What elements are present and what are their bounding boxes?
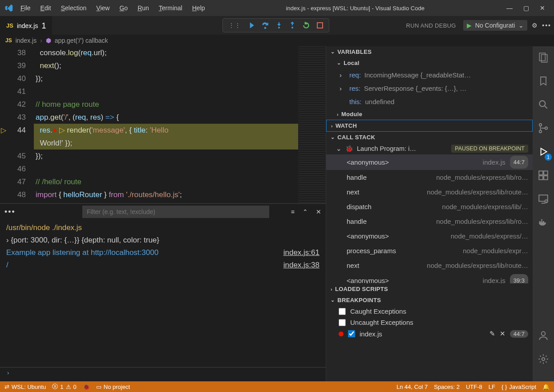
stack-frame[interactable]: <anonymous>index.js44:7 [326,154,533,170]
breakpoint-checkbox[interactable] [339,308,346,315]
section-variables[interactable]: ⌄VARIABLES [326,46,533,57]
problems-indicator[interactable]: ⓧ1⚠0 [52,383,76,391]
account-icon[interactable] [538,330,549,343]
remove-icon[interactable]: ✕ [500,330,505,338]
eol-indicator[interactable]: LF [489,384,495,390]
cursor-position[interactable]: Ln 44, Col 7 [396,384,428,390]
breadcrumb-file[interactable]: index.js [16,37,36,44]
stack-frame[interactable]: handlenode_modules/express/lib/ro… [326,170,533,185]
stack-frame[interactable]: <anonymous>index.js39:3 [326,273,533,283]
menu-go[interactable]: Go [115,3,132,13]
menu-terminal[interactable]: Terminal [154,3,187,13]
debug-toolbar[interactable]: ⋮⋮ [222,18,329,32]
close-panel-icon[interactable]: ✕ [316,208,321,215]
svg-point-1 [278,27,280,28]
variable-row[interactable]: ›res: ServerResponse {_events: {…}, … [326,82,533,95]
collapse-icon[interactable]: ⌃ [303,208,308,215]
drag-handle-icon[interactable]: ⋮⋮ [228,22,241,29]
console-line: /usr/bin/node ./index.js [6,222,319,234]
debug-console-filter-input[interactable] [82,206,269,218]
restart-icon[interactable] [302,21,310,29]
debug-console-prompt[interactable]: › [0,367,326,381]
more-icon[interactable]: ••• [542,22,551,29]
bug-icon: 🐞 [83,384,90,390]
project-indicator[interactable]: ▭No project [96,384,130,390]
console-line: Example app listening at http://localhos… [6,247,319,259]
stack-frame[interactable]: <anonymous>node_modules/express/… [326,229,533,243]
minimize-button[interactable]: — [506,4,513,12]
section-watch[interactable]: ›WATCH [326,120,533,132]
svg-point-20 [542,331,546,335]
menu-selection[interactable]: Selection [57,3,91,13]
notifications-icon[interactable]: 🔔 [542,384,550,390]
debug-config-selector[interactable]: ▶ No Configurati ⌄ [463,20,528,31]
close-button[interactable]: ✕ [540,4,545,12]
bug-icon: 🐞 [345,145,353,153]
error-icon: ⓧ [52,383,58,391]
step-over-icon[interactable] [261,21,269,29]
status-bar: ⇄WSL: Ubuntu ⓧ1⚠0 🐞 ▭No project Ln 44, C… [0,381,554,392]
encoding-indicator[interactable]: UTF-8 [466,384,482,390]
breakpoint-checkbox[interactable] [339,319,346,326]
explorer-icon[interactable] [538,52,549,65]
paused-badge: PAUSED ON BREAKPOINT [451,145,528,153]
menu-view[interactable]: View [92,3,114,13]
breakpoint-file-row[interactable]: index.js ✎ ✕ 44:7 [326,328,533,339]
menu-help[interactable]: Help [188,3,210,13]
step-out-icon[interactable] [289,21,296,29]
maximize-button[interactable]: ▢ [523,4,529,12]
breakpoint-marker-icon[interactable]: ▷ [1,124,9,137]
section-call-stack[interactable]: ⌄CALL STACK [326,132,533,143]
launch-program-row[interactable]: ⌄ 🐞 Launch Program: i… PAUSED ON BREAKPO… [326,143,533,154]
scope-module[interactable]: ›Module [326,109,533,120]
step-into-icon[interactable] [275,21,283,29]
stop-icon[interactable] [316,22,324,29]
more-icon[interactable]: ••• [4,207,16,217]
code-editor[interactable]: ▷ 3839404142434445464748 console.log(req… [0,46,326,203]
breakpoint-exception-row[interactable]: Uncaught Exceptions [326,317,533,328]
svg-rect-11 [544,171,548,175]
chevron-down-icon: ⌄ [331,134,335,140]
breadcrumb-symbol[interactable]: app.get('/') callback [55,37,108,44]
extensions-icon[interactable] [538,170,549,182]
continue-icon[interactable] [247,21,255,29]
edit-icon[interactable]: ✎ [489,330,495,338]
debug-console-output[interactable]: /usr/bin/node ./index.js› {port: 3000, d… [0,220,326,367]
menu-run[interactable]: Run [133,3,154,13]
variable-row[interactable]: ›req: IncomingMessage {_readableStat… [326,69,533,82]
folder-icon: ▭ [96,384,101,390]
stack-frame[interactable]: nextnode_modules/express/lib/route… [326,258,533,273]
breadcrumb[interactable]: JS index.js › ⬢ app.get('/') callback [0,35,554,46]
word-wrap-icon[interactable]: ≡ [291,208,295,215]
source-control-icon[interactable] [538,122,549,135]
menu-file[interactable]: File [16,3,35,13]
minimap[interactable] [298,46,326,203]
stack-frame[interactable]: handlenode_modules/express/lib/ro… [326,214,533,229]
code-content[interactable]: console.log(req.url); next();});// home … [34,46,298,203]
language-indicator[interactable]: { }JavaScript [501,384,536,390]
scope-local[interactable]: ⌄Local [326,57,533,69]
stack-frame[interactable]: process_paramsnode_modules/expr… [326,243,533,258]
indent-indicator[interactable]: Spaces: 2 [434,384,460,390]
search-icon[interactable] [538,99,549,112]
bookmarks-icon[interactable] [538,75,549,88]
settings-gear-icon[interactable] [538,353,549,366]
stack-frame[interactable]: nextnode_modules/express/lib/route… [326,185,533,199]
breakpoint-checkbox[interactable] [348,330,355,337]
svg-rect-10 [539,171,543,175]
debug-indicator[interactable]: 🐞 [83,384,90,390]
variable-row[interactable]: this: undefined [326,95,533,109]
editor-tab-index-js[interactable]: JS index.js 1 [0,16,52,35]
gear-icon[interactable]: ⚙ [532,22,538,29]
menu-edit[interactable]: Edit [36,3,56,13]
section-loaded-scripts[interactable]: ›LOADED SCRIPTS [326,283,533,295]
section-breakpoints[interactable]: ⌄BREAKPOINTS [326,295,533,306]
remote-indicator[interactable]: ⇄WSL: Ubuntu [4,384,46,390]
breakpoint-exception-row[interactable]: Caught Exceptions [326,306,533,317]
remote-explorer-icon[interactable] [538,193,549,206]
run-debug-icon[interactable]: 1 [538,146,549,159]
docker-icon[interactable] [538,217,549,229]
breakpoint-gutter[interactable]: ▷ [0,46,9,203]
svg-rect-12 [539,176,543,180]
stack-frame[interactable]: dispatchnode_modules/express/lib/… [326,199,533,214]
